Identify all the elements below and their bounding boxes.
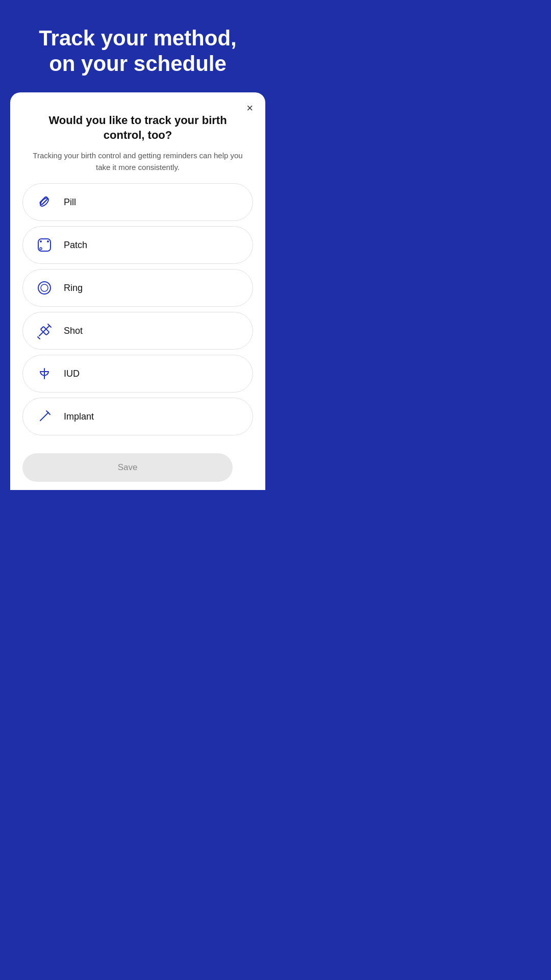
pill-label: Pill [64, 197, 76, 208]
modal-subtitle: Tracking your birth control and getting … [22, 150, 253, 173]
svg-point-7 [38, 282, 51, 294]
svg-point-8 [41, 284, 48, 291]
patch-icon [33, 234, 56, 256]
svg-point-6 [40, 248, 42, 250]
svg-point-4 [40, 240, 42, 242]
svg-line-15 [40, 412, 48, 421]
implant-icon [33, 405, 56, 428]
modal-container: × Would you like to track your birth con… [10, 92, 265, 490]
patch-label: Patch [64, 240, 87, 251]
svg-point-5 [47, 240, 49, 242]
implant-label: Implant [64, 411, 94, 422]
option-ring[interactable]: Ring [22, 269, 253, 307]
iud-icon [33, 362, 56, 385]
svg-line-12 [38, 337, 40, 339]
header-title: Track your method, on your schedule [15, 26, 260, 77]
options-list: Pill Patch Ring [22, 183, 253, 447]
option-pill[interactable]: Pill [22, 183, 253, 221]
header-section: Track your method, on your schedule [0, 0, 276, 92]
modal-title: Would you like to track your birth contr… [22, 113, 253, 143]
option-iud[interactable]: IUD [22, 355, 253, 393]
save-label: Save [118, 462, 138, 473]
close-button[interactable]: × [244, 101, 255, 116]
ring-label: Ring [64, 283, 83, 293]
shot-icon [33, 320, 56, 342]
pill-icon [33, 191, 56, 213]
shot-label: Shot [64, 326, 83, 336]
save-button[interactable]: Save [22, 453, 233, 482]
option-patch[interactable]: Patch [22, 226, 253, 264]
ring-icon [33, 277, 56, 299]
iud-label: IUD [64, 369, 80, 379]
option-shot[interactable]: Shot [22, 312, 253, 350]
option-implant[interactable]: Implant [22, 398, 253, 435]
